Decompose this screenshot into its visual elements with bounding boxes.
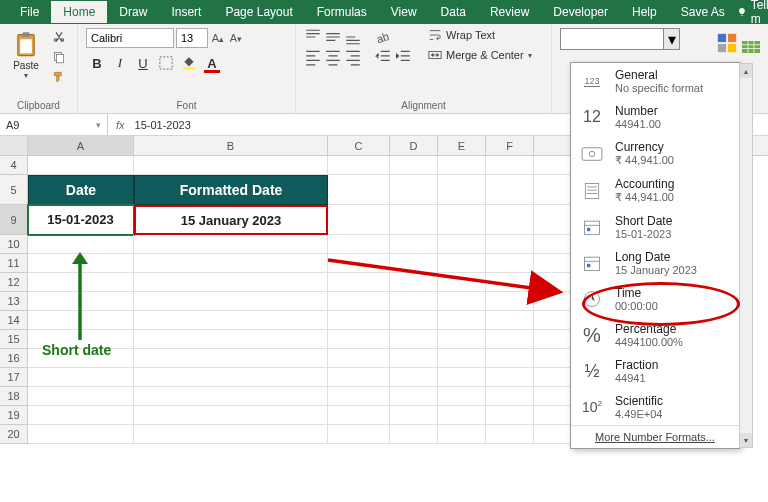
orientation-button[interactable]: ab bbox=[374, 28, 392, 46]
cell[interactable] bbox=[438, 254, 486, 273]
paste-button[interactable]: Paste ▾ bbox=[8, 28, 44, 80]
cell[interactable] bbox=[328, 254, 390, 273]
row-header[interactable]: 9 bbox=[0, 205, 28, 235]
cell[interactable] bbox=[390, 387, 438, 406]
cell[interactable] bbox=[438, 368, 486, 387]
tab-insert[interactable]: Insert bbox=[159, 1, 213, 23]
row-header[interactable]: 17 bbox=[0, 368, 28, 387]
cell[interactable] bbox=[134, 156, 328, 175]
align-bottom-button[interactable] bbox=[344, 28, 362, 46]
row-header[interactable]: 4 bbox=[0, 156, 28, 175]
increase-indent-button[interactable] bbox=[394, 48, 412, 66]
cell[interactable] bbox=[486, 156, 534, 175]
cell[interactable] bbox=[134, 311, 328, 330]
cell[interactable] bbox=[28, 425, 134, 444]
tab-data[interactable]: Data bbox=[429, 1, 478, 23]
cell[interactable] bbox=[328, 156, 390, 175]
merge-center-button[interactable]: Merge & Center ▾ bbox=[428, 48, 532, 62]
decrease-indent-button[interactable] bbox=[374, 48, 392, 66]
cell[interactable] bbox=[486, 175, 534, 205]
cell[interactable] bbox=[486, 387, 534, 406]
more-number-formats[interactable]: More Number Formats... bbox=[571, 425, 739, 448]
cell[interactable] bbox=[28, 406, 134, 425]
format-time[interactable]: Time00:00:00 bbox=[571, 281, 739, 317]
tab-draw[interactable]: Draw bbox=[107, 1, 159, 23]
row-header[interactable]: 14 bbox=[0, 311, 28, 330]
cell[interactable] bbox=[328, 235, 390, 254]
format-general[interactable]: 123 GeneralNo specific format bbox=[571, 63, 739, 99]
cell[interactable] bbox=[328, 387, 390, 406]
format-fraction[interactable]: ½ Fraction44941 bbox=[571, 353, 739, 389]
cell[interactable] bbox=[390, 425, 438, 444]
cell[interactable] bbox=[328, 349, 390, 368]
font-size-input[interactable] bbox=[176, 28, 208, 48]
tab-save-as[interactable]: Save As bbox=[669, 1, 737, 23]
cell[interactable] bbox=[328, 292, 390, 311]
cut-button[interactable] bbox=[50, 28, 68, 46]
tab-view[interactable]: View bbox=[379, 1, 429, 23]
wrap-text-button[interactable]: Wrap Text bbox=[428, 28, 532, 42]
cell[interactable] bbox=[486, 330, 534, 349]
format-percentage[interactable]: % Percentage4494100.00% bbox=[571, 317, 739, 353]
cell[interactable] bbox=[438, 205, 486, 235]
decrease-font-button[interactable]: A▾ bbox=[228, 28, 244, 48]
cell[interactable] bbox=[390, 175, 438, 205]
cell[interactable] bbox=[486, 406, 534, 425]
cell[interactable] bbox=[438, 349, 486, 368]
tab-page-layout[interactable]: Page Layout bbox=[213, 1, 304, 23]
col-header-d[interactable]: D bbox=[390, 136, 438, 155]
cell-b9[interactable]: 15 January 2023 bbox=[134, 205, 328, 235]
cell[interactable] bbox=[328, 311, 390, 330]
cell[interactable] bbox=[390, 254, 438, 273]
cell[interactable] bbox=[134, 368, 328, 387]
scroll-down-button[interactable]: ▾ bbox=[740, 433, 752, 447]
cell[interactable] bbox=[486, 292, 534, 311]
italic-button[interactable]: I bbox=[109, 52, 131, 74]
cell[interactable] bbox=[486, 349, 534, 368]
cell[interactable] bbox=[328, 330, 390, 349]
formula-input[interactable]: 15-01-2023 bbox=[135, 119, 191, 131]
align-left-button[interactable] bbox=[304, 48, 322, 66]
cell[interactable] bbox=[28, 368, 134, 387]
row-header[interactable]: 10 bbox=[0, 235, 28, 254]
cell[interactable] bbox=[134, 330, 328, 349]
cell-header-date[interactable]: Date bbox=[28, 175, 134, 205]
cell[interactable] bbox=[328, 425, 390, 444]
row-header[interactable]: 13 bbox=[0, 292, 28, 311]
align-right-button[interactable] bbox=[344, 48, 362, 66]
col-header-b[interactable]: B bbox=[134, 136, 328, 155]
tab-formulas[interactable]: Formulas bbox=[305, 1, 379, 23]
format-painter-button[interactable] bbox=[50, 68, 68, 86]
cell[interactable] bbox=[328, 273, 390, 292]
cell[interactable] bbox=[438, 235, 486, 254]
col-header-a[interactable]: A bbox=[28, 136, 134, 155]
font-name-input[interactable] bbox=[86, 28, 174, 48]
cell[interactable] bbox=[328, 406, 390, 425]
cell[interactable] bbox=[486, 273, 534, 292]
cell[interactable] bbox=[328, 368, 390, 387]
col-header-e[interactable]: E bbox=[438, 136, 486, 155]
name-box[interactable]: A9 ▾ bbox=[0, 114, 108, 135]
format-currency[interactable]: Currency₹ 44,941.00 bbox=[571, 135, 739, 172]
row-header[interactable]: 5 bbox=[0, 175, 28, 205]
copy-button[interactable] bbox=[50, 48, 68, 66]
align-middle-button[interactable] bbox=[324, 28, 342, 46]
cell[interactable] bbox=[134, 292, 328, 311]
cell[interactable] bbox=[28, 254, 134, 273]
cell[interactable] bbox=[28, 387, 134, 406]
conditional-formatting-button[interactable] bbox=[712, 28, 764, 62]
cell[interactable] bbox=[486, 235, 534, 254]
increase-font-button[interactable]: A▴ bbox=[210, 28, 226, 48]
underline-button[interactable]: U bbox=[132, 52, 154, 74]
cell-a9[interactable]: 15-01-2023 bbox=[28, 205, 134, 235]
cell[interactable] bbox=[438, 175, 486, 205]
select-all-corner[interactable] bbox=[0, 136, 28, 155]
cell[interactable] bbox=[486, 254, 534, 273]
cell[interactable] bbox=[390, 349, 438, 368]
cell[interactable] bbox=[28, 235, 134, 254]
col-header-f[interactable]: F bbox=[486, 136, 534, 155]
tell-me-search[interactable]: Tell m bbox=[737, 0, 768, 26]
cell[interactable] bbox=[438, 273, 486, 292]
dropdown-scrollbar[interactable]: ▴ ▾ bbox=[739, 63, 753, 448]
cell[interactable] bbox=[134, 273, 328, 292]
